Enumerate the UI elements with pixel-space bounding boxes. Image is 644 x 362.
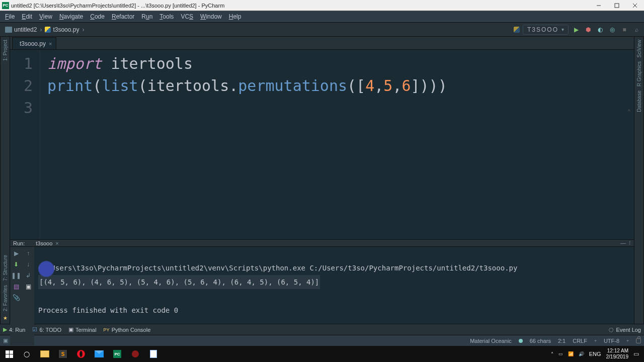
folder-icon bbox=[5, 27, 12, 33]
start-button[interactable] bbox=[2, 347, 16, 361]
run-command-line: C:\Users\t3so\PycharmProjects\untitled2\… bbox=[38, 264, 517, 272]
breadcrumb-project[interactable]: untitled2 bbox=[3, 26, 39, 33]
rerun-button[interactable]: ▶ bbox=[13, 250, 20, 257]
editor-area: t3sooo.py × 1 2 3 import itertools print… bbox=[10, 37, 634, 324]
windows-taskbar: ◯ S PC ˄ ▭ 📶 🔊 ENG 12:12 AM 2/19/2019 ▭ bbox=[0, 346, 644, 362]
tool-favorites-button[interactable]: 2: Favorites bbox=[3, 285, 8, 311]
pycharm-app-icon: PC bbox=[2, 2, 9, 9]
tray-clock[interactable]: 12:12 AM 2/19/2019 bbox=[606, 348, 629, 360]
run-configuration-name: T3SOOO bbox=[527, 26, 558, 33]
code-editor[interactable]: 1 2 3 import itertools print(list(iterto… bbox=[10, 50, 634, 239]
run-configuration-selector[interactable]: T3SOOO ▾ bbox=[523, 25, 569, 35]
tray-volume-icon[interactable]: 🔊 bbox=[579, 351, 584, 356]
down-button[interactable]: ↓ bbox=[25, 261, 32, 268]
settings-icon[interactable]: ⁝ bbox=[629, 240, 631, 246]
tray-overflow-icon[interactable]: ˄ bbox=[551, 351, 553, 357]
chevron-down-icon: ▾ bbox=[561, 27, 564, 32]
tool-sciview-button[interactable]: SciView bbox=[636, 40, 642, 57]
run-tool-header: Run: t3sooo × — ⁝ bbox=[10, 240, 634, 247]
menu-help[interactable]: Help bbox=[226, 12, 245, 21]
editor-tab-t3sooo[interactable]: t3sooo.py × bbox=[12, 37, 56, 49]
cursor-indicator-icon bbox=[38, 261, 54, 277]
search-everywhere-button[interactable]: ⌕ bbox=[632, 25, 641, 34]
run-tool-window: Run: t3sooo × — ⁝ ▶ ⬇ ❚❚ ▤ 📎 bbox=[10, 239, 634, 324]
menu-window[interactable]: Window bbox=[197, 12, 225, 21]
task-mail[interactable] bbox=[92, 347, 107, 361]
menu-tools[interactable]: Tools bbox=[156, 12, 177, 21]
run-down-button[interactable]: ⬇ bbox=[13, 261, 20, 268]
tool-project-button[interactable]: 1: Project bbox=[3, 40, 8, 61]
run-button[interactable]: ▶ bbox=[572, 25, 581, 34]
softwrap-button[interactable]: ↲ bbox=[25, 272, 32, 279]
star-icon: ★ bbox=[3, 315, 8, 321]
breadcrumb-file[interactable]: t3sooo.py bbox=[43, 26, 81, 33]
breadcrumb-project-label: untitled2 bbox=[14, 26, 37, 33]
profile-button[interactable]: ◎ bbox=[608, 25, 617, 34]
pin-button[interactable]: 📎 bbox=[13, 294, 20, 301]
run-tab-name: t3sooo bbox=[36, 240, 52, 246]
module-itertools: itertools bbox=[147, 77, 229, 95]
menu-code[interactable]: Code bbox=[87, 12, 108, 21]
line-number: 3 bbox=[10, 97, 40, 119]
window-minimize-button[interactable] bbox=[590, 0, 608, 11]
menu-file[interactable]: File bbox=[2, 12, 18, 21]
tray-app-icon[interactable]: ▭ bbox=[558, 351, 563, 356]
code-content[interactable]: import itertools print(list(itertools.pe… bbox=[40, 50, 634, 239]
task-recorder[interactable] bbox=[128, 347, 143, 361]
close-icon[interactable]: × bbox=[55, 240, 58, 246]
menu-view[interactable]: View bbox=[36, 12, 55, 21]
pause-button[interactable]: ❚❚ bbox=[13, 272, 20, 279]
menu-run[interactable]: Run bbox=[138, 12, 155, 21]
tool-run-button[interactable]: ▶4: Run bbox=[3, 326, 25, 333]
search-button[interactable]: ◯ bbox=[19, 347, 34, 361]
chevron-right-icon: › bbox=[81, 26, 85, 33]
number-literal: 6 bbox=[401, 77, 411, 95]
run-output[interactable]: C:\Users\t3so\PycharmProjects\untitled2\… bbox=[34, 247, 634, 345]
tool-database-button[interactable]: Database bbox=[636, 90, 642, 112]
coverage-button[interactable]: ◐ bbox=[596, 25, 605, 34]
keyword-import: import bbox=[47, 55, 102, 72]
window-titlebar: PC untitled2 [C:\Users\t3so\PycharmProje… bbox=[0, 0, 644, 11]
python-file-icon bbox=[45, 27, 51, 33]
window-close-button[interactable] bbox=[626, 0, 644, 11]
task-notepad[interactable] bbox=[146, 347, 161, 361]
menu-refactor[interactable]: Refactor bbox=[109, 12, 137, 21]
task-opera[interactable] bbox=[73, 347, 89, 361]
minimize-panel-icon[interactable]: — bbox=[620, 240, 626, 246]
menu-vcs[interactable]: VCS bbox=[178, 12, 196, 21]
python-file-icon bbox=[514, 27, 520, 33]
up-button[interactable]: ↑ bbox=[25, 250, 32, 257]
debug-button[interactable]: ⬢ bbox=[584, 25, 593, 34]
breadcrumb-file-label: t3sooo.py bbox=[53, 26, 79, 33]
task-pycharm[interactable]: PC bbox=[110, 347, 125, 361]
builtin-print: print bbox=[47, 77, 93, 95]
builtin-list: list bbox=[102, 77, 138, 95]
layout-button[interactable]: ▤ bbox=[13, 283, 20, 290]
stop-button[interactable]: ■ bbox=[620, 25, 629, 34]
navigation-bar: untitled2 › t3sooo.py › T3SOOO ▾ ▶ ⬢ ◐ ◎… bbox=[0, 23, 644, 37]
tray-notifications-icon[interactable]: ▭ bbox=[633, 350, 639, 357]
system-tray: ˄ ▭ 📶 🔊 ENG 12:12 AM 2/19/2019 ▭ bbox=[551, 348, 642, 360]
tray-language[interactable]: ENG bbox=[589, 351, 601, 357]
run-result-line: [(4, 5, 6), (4, 6, 5), (5, 4, 6), (5, 6,… bbox=[38, 275, 320, 289]
tool-structure-button[interactable]: 7: Structure bbox=[3, 255, 8, 281]
print-button[interactable]: ▣ bbox=[25, 283, 32, 290]
run-exit-line: Process finished with exit code 0 bbox=[38, 306, 178, 314]
tray-network-icon[interactable]: 📶 bbox=[568, 351, 574, 356]
line-number: 1 bbox=[10, 53, 40, 75]
tool-window-quick-icon[interactable]: ▣ bbox=[3, 337, 8, 344]
chevron-right-icon: › bbox=[39, 26, 43, 33]
fold-indicator-icon[interactable]: ⌃ bbox=[627, 108, 631, 115]
func-permutations: permutations bbox=[238, 77, 347, 95]
main-area: 1: Project 7: Structure 2: Favorites ★ t… bbox=[0, 37, 644, 324]
close-icon[interactable]: × bbox=[49, 41, 52, 47]
tool-rgraphics-button[interactable]: R Graphics bbox=[636, 61, 642, 86]
window-maximize-button[interactable] bbox=[608, 0, 626, 11]
task-file-explorer[interactable] bbox=[37, 347, 52, 361]
menu-navigate[interactable]: Navigate bbox=[56, 12, 86, 21]
number-literal: 4 bbox=[365, 77, 374, 95]
task-sublime[interactable]: S bbox=[55, 347, 70, 361]
line-number: 2 bbox=[10, 75, 40, 97]
lock-icon[interactable] bbox=[636, 338, 641, 343]
menu-edit[interactable]: Edit bbox=[19, 12, 35, 21]
